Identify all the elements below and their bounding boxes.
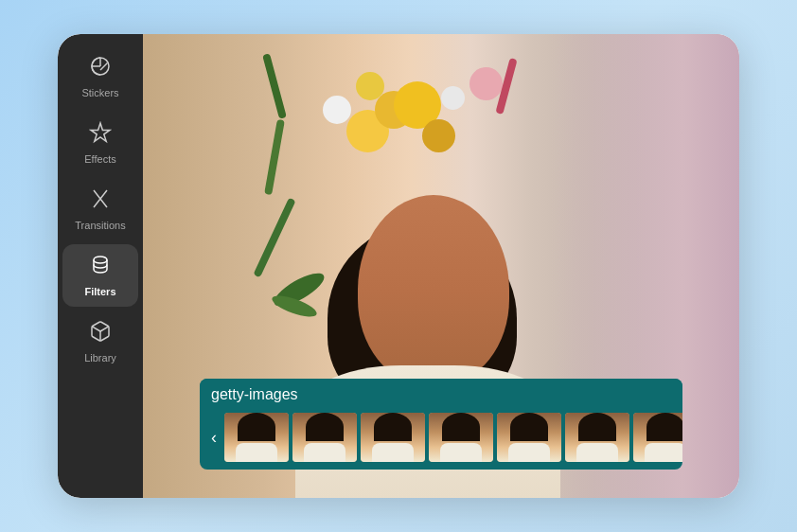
library-icon [89, 320, 112, 348]
flower-white-1 [323, 96, 351, 124]
sidebar-item-library-label: Library [84, 352, 116, 364]
strip-thumb-6[interactable] [565, 413, 629, 462]
main-content: getty-images ‹ [143, 34, 739, 498]
sidebar-item-stickers-label: Stickers [81, 87, 118, 98]
flower-pink-1 [469, 67, 503, 100]
strip-thumb-3[interactable] [361, 413, 425, 462]
sidebar: Stickers Effects Transitions [58, 34, 143, 498]
sidebar-item-stickers[interactable]: Stickers [62, 45, 138, 108]
flower-yellow-5 [356, 72, 384, 100]
sidebar-item-filters[interactable]: Filters [62, 244, 138, 307]
strip-thumb-4[interactable] [429, 413, 493, 462]
stickers-icon [89, 55, 112, 83]
flower-yellow-4 [422, 119, 455, 152]
strip-thumb-5[interactable] [497, 413, 561, 462]
transitions-icon [89, 187, 112, 216]
effects-icon [89, 121, 112, 150]
strip-thumb-1[interactable] [224, 413, 289, 462]
sidebar-item-effects[interactable]: Effects [62, 112, 138, 174]
photo-strip-container: getty-images ‹ [200, 379, 682, 470]
sidebar-item-library[interactable]: Library [62, 310, 138, 373]
filters-icon [89, 254, 112, 282]
sidebar-item-transitions-label: Transitions [75, 220, 125, 231]
photo-strip: ‹ [200, 409, 682, 470]
strip-nav-left[interactable]: ‹ [207, 413, 221, 462]
photo-background: getty-images ‹ [143, 34, 739, 498]
strip-thumb-7[interactable] [633, 413, 682, 462]
person-face [358, 195, 509, 384]
sidebar-item-transitions[interactable]: Transitions [62, 178, 138, 240]
photo-strip-label: getty-images [200, 379, 682, 409]
sidebar-item-filters-label: Filters [84, 286, 115, 297]
flower-white-2 [441, 86, 465, 110]
device-frame: Stickers Effects Transitions [58, 34, 739, 498]
stem-2 [264, 119, 285, 195]
sidebar-item-effects-label: Effects [84, 153, 115, 165]
stem-1 [262, 53, 287, 119]
strip-thumb-2[interactable] [292, 413, 357, 462]
stem-3 [253, 198, 295, 278]
